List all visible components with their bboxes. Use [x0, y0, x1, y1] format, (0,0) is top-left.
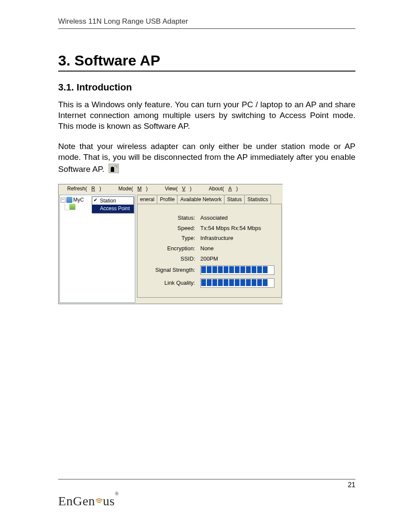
label-link: Link Quality: [142, 277, 198, 289]
tab-available-network[interactable]: Available Network [177, 195, 224, 204]
page-number: 21 [58, 481, 355, 489]
chapter-title: 3. Software AP [58, 52, 355, 72]
value-ssid: 200PM [198, 254, 277, 264]
engenius-logo: EnGenus® [58, 494, 119, 508]
label-type: Type: [142, 233, 198, 243]
tree-panel: − MyC Station Access Point [59, 195, 135, 303]
section-title: 3.1. Introduction [58, 82, 355, 93]
page-footer: 21 [58, 479, 355, 489]
mode-access-point[interactable]: Access Point [92, 205, 134, 212]
menu-mode[interactable]: Mode(M) [110, 184, 156, 193]
value-status: Associated [198, 213, 277, 223]
paragraph: This is a Windows only feature. You can … [58, 99, 355, 131]
menu-about[interactable]: About(A) [200, 184, 246, 193]
adapter-icon [69, 204, 75, 210]
link-quality-bar [200, 278, 274, 288]
value-encryption: None [198, 243, 277, 254]
ap-icon [109, 164, 119, 173]
tab-profile[interactable]: Profile [157, 195, 177, 204]
app-window: Refresh(R) Mode(M) View(V) About(A) − My… [58, 184, 283, 304]
label-speed: Speed: [142, 223, 198, 233]
tree-root-label: MyC [73, 197, 84, 203]
value-speed: Tx:54 Mbps Rx:54 Mbps [198, 223, 277, 233]
label-status: Status: [142, 213, 198, 223]
menu-view[interactable]: View(V) [156, 184, 200, 193]
label-signal: Signal Strength: [142, 264, 198, 277]
menubar: Refresh(R) Mode(M) View(V) About(A) [59, 184, 283, 193]
label-encryption: Encryption: [142, 243, 198, 254]
tab-general[interactable]: eneral [137, 195, 157, 204]
value-type: Infrastructure [198, 233, 277, 243]
page-header: Wireless 11N Long Range USB Adapter [58, 17, 355, 29]
status-table: Status:Associated Speed:Tx:54 Mbps Rx:54… [142, 213, 277, 289]
tab-status[interactable]: Status [224, 195, 245, 204]
mode-menu: Station Access Point [92, 196, 134, 213]
paragraph: Note that your wireless adapter can only… [58, 141, 355, 174]
menu-refresh[interactable]: Refresh(R) [59, 184, 110, 193]
tab-panel: Status:Associated Speed:Tx:54 Mbps Rx:54… [137, 204, 282, 298]
tab-bar: eneral Profile Available Network Status … [137, 195, 282, 204]
computer-icon [66, 197, 72, 203]
wifi-icon [94, 498, 104, 504]
mode-station[interactable]: Station [92, 197, 134, 205]
collapse-icon[interactable]: − [61, 198, 65, 202]
label-ssid: SSID: [142, 254, 198, 264]
tab-statistics[interactable]: Statistics [244, 195, 271, 204]
signal-strength-bar [200, 265, 274, 275]
tree-line [65, 204, 69, 210]
